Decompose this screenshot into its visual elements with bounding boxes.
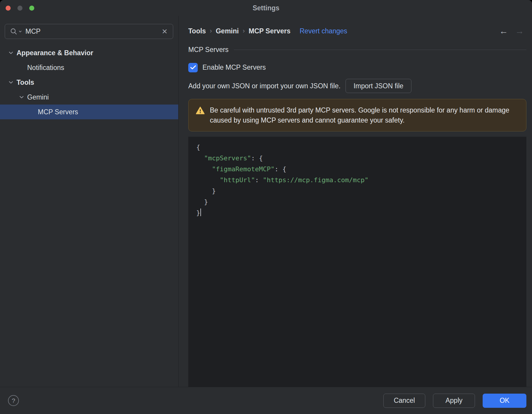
- help-button[interactable]: ?: [8, 395, 19, 406]
- chevron-down-icon[interactable]: [18, 94, 27, 100]
- chevron-down-icon[interactable]: [8, 79, 17, 86]
- sidebar-item-appearance-behavior[interactable]: Appearance & Behavior: [0, 45, 178, 60]
- chevron-down-icon: [18, 30, 22, 33]
- warning-text: Be careful with untrusted 3rd party MCP …: [210, 105, 519, 125]
- code-line: }: [196, 185, 526, 196]
- main-content: Tools›Gemini›MCP Servers Revert changes …: [179, 16, 532, 387]
- json-editor[interactable]: { "mcpServers": { "figmaRemoteMCP": { "h…: [188, 137, 526, 387]
- minimize-window-button[interactable]: [17, 6, 22, 11]
- settings-tree: Appearance & BehaviorNotificationsToolsG…: [0, 45, 178, 119]
- enable-mcp-checkbox[interactable]: [188, 63, 198, 72]
- sidebar-item-label: Gemini: [27, 93, 49, 101]
- json-editor-code: { "mcpServers": { "figmaRemoteMCP": { "h…: [188, 137, 526, 218]
- code-line: }: [196, 207, 526, 218]
- enable-mcp-label: Enable MCP Servers: [202, 63, 266, 71]
- section-divider: [234, 50, 526, 50]
- code-line: }: [196, 196, 526, 207]
- code-line: "mcpServers": {: [196, 153, 526, 164]
- sidebar-item-label: Appearance & Behavior: [17, 49, 93, 57]
- sidebar-item-notifications[interactable]: Notifications: [0, 60, 178, 75]
- sidebar-item-label: MCP Servers: [38, 108, 78, 116]
- check-icon: [190, 65, 196, 70]
- import-json-button[interactable]: Import JSON file: [346, 79, 411, 93]
- search-input[interactable]: MCP ✕: [5, 24, 173, 39]
- warning-banner: Be careful with untrusted 3rd party MCP …: [188, 99, 526, 131]
- enable-mcp-row: Enable MCP Servers: [188, 63, 526, 72]
- search-icon: [10, 27, 22, 36]
- cancel-button[interactable]: Cancel: [383, 394, 425, 408]
- window-title: Settings: [253, 4, 280, 12]
- footer-bar: ? Cancel Apply OK: [0, 387, 532, 414]
- revert-changes-link[interactable]: Revert changes: [300, 27, 347, 35]
- section-title: MCP Servers: [188, 46, 228, 54]
- breadcrumb-separator: ›: [206, 27, 216, 35]
- sidebar-item-label: Tools: [17, 79, 34, 87]
- traffic-lights: [6, 0, 34, 16]
- breadcrumb-separator: ›: [239, 27, 249, 35]
- breadcrumb-item[interactable]: Gemini: [216, 27, 239, 35]
- code-line: "figmaRemoteMCP": {: [196, 164, 526, 175]
- back-arrow-icon[interactable]: ←: [499, 27, 508, 35]
- breadcrumb-item[interactable]: MCP Servers: [249, 27, 291, 35]
- apply-button[interactable]: Apply: [433, 394, 475, 408]
- titlebar: Settings: [0, 0, 532, 16]
- code-line: "httpUrl": "https://mcp.figma.com/mcp": [196, 175, 526, 185]
- close-window-button[interactable]: [6, 6, 11, 11]
- import-row: Add your own JSON or import your own JSO…: [188, 79, 526, 93]
- clear-search-icon[interactable]: ✕: [161, 27, 168, 36]
- code-line: {: [196, 142, 526, 153]
- settings-window: Settings MCP ✕ Appearance & BehaviorNoti…: [0, 0, 532, 414]
- section-header: MCP Servers: [188, 46, 526, 53]
- sidebar: MCP ✕ Appearance & BehaviorNotifications…: [0, 16, 179, 387]
- sidebar-item-gemini[interactable]: Gemini: [0, 90, 178, 105]
- zoom-window-button[interactable]: [29, 6, 34, 11]
- history-nav: ← →: [499, 27, 526, 35]
- text-cursor: [200, 208, 201, 216]
- sidebar-item-mcp-servers[interactable]: MCP Servers: [0, 105, 178, 119]
- breadcrumb: Tools›Gemini›MCP Servers: [188, 27, 291, 35]
- search-value[interactable]: MCP: [25, 27, 161, 35]
- chevron-down-icon[interactable]: [8, 50, 17, 56]
- import-hint-text: Add your own JSON or import your own JSO…: [188, 82, 340, 90]
- footer-actions: Cancel Apply OK: [383, 394, 526, 408]
- sidebar-item-label: Notifications: [27, 64, 64, 72]
- breadcrumb-item[interactable]: Tools: [188, 27, 206, 35]
- chevron-down-icon: [18, 64, 27, 71]
- ok-button[interactable]: OK: [483, 394, 526, 408]
- sidebar-item-tools[interactable]: Tools: [0, 75, 178, 90]
- chevron-down-icon: [29, 109, 38, 115]
- warning-icon: [196, 106, 205, 115]
- forward-arrow-icon[interactable]: →: [515, 27, 524, 35]
- breadcrumb-row: Tools›Gemini›MCP Servers Revert changes …: [188, 24, 526, 38]
- window-body: MCP ✕ Appearance & BehaviorNotifications…: [0, 16, 532, 387]
